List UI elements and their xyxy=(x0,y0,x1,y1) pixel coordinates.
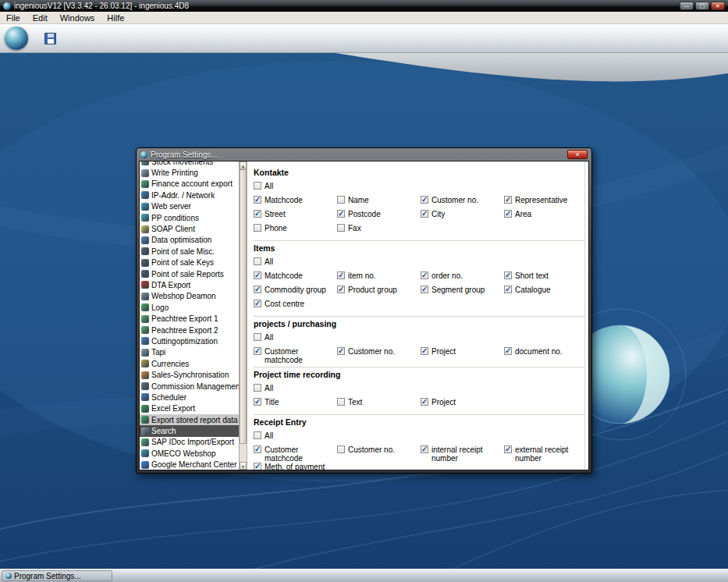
minimize-button[interactable]: — xyxy=(680,2,694,10)
sidebar-item-label: SAP IDoc Import/Export xyxy=(151,438,234,446)
sidebar-item-excel-export[interactable]: Excel Export xyxy=(140,403,239,414)
checkbox-phone[interactable]: Phone xyxy=(254,224,337,232)
scrollbar-thumb[interactable] xyxy=(240,169,247,444)
taskbar-item-program-settings[interactable]: Program Settings... xyxy=(2,570,112,581)
checkbox-commodity-group[interactable]: ✓Commodity group xyxy=(254,286,337,294)
window-titlebar[interactable]: ingeniousV12 [V3.3.42 - 26.03.12] - inge… xyxy=(0,0,728,12)
settings-list-scrollbar[interactable]: ▲ ▼ xyxy=(240,161,247,470)
dialog-titlebar[interactable]: Program Settings... ✕ xyxy=(139,148,589,161)
checkbox-meth-of-payment[interactable]: ✓Meth. of payment xyxy=(254,463,337,470)
scroll-down-icon[interactable]: ▼ xyxy=(240,462,247,470)
sidebar-item-omeco-webshop[interactable]: OMECO Webshop xyxy=(140,448,239,459)
checkbox-label: order no. xyxy=(431,271,463,280)
checkbox-representative[interactable]: ✓Representative xyxy=(504,196,588,204)
checkbox-title[interactable]: ✓Title xyxy=(254,398,337,406)
sidebar-item-peachtree-export-1[interactable]: Peachtree Export 1 xyxy=(140,313,239,324)
checkbox-item-no[interactable]: ✓item no. xyxy=(337,271,421,280)
checkbox-all[interactable]: All xyxy=(254,257,337,266)
checkbox-product-group[interactable]: ✓Product group xyxy=(337,286,421,294)
checkbox-checked-icon: ✓ xyxy=(421,398,428,406)
sidebar-item-tapi[interactable]: Tapi xyxy=(140,347,239,358)
dialog-close-button[interactable]: ✕ xyxy=(567,150,588,159)
sidebar-item-commission-management[interactable]: Commission Management xyxy=(140,381,239,392)
checkbox-all[interactable]: All xyxy=(254,431,337,440)
app-logo-button[interactable] xyxy=(5,27,28,50)
checkbox-customer-no[interactable]: Customer no. xyxy=(337,445,421,454)
checkbox-all[interactable]: All xyxy=(254,333,337,342)
checkbox-unchecked-icon xyxy=(254,333,261,341)
checkbox-project[interactable]: ✓Project xyxy=(421,398,504,406)
sidebar-item-logo[interactable]: Logo xyxy=(140,302,239,313)
checkbox-external-receipt-number[interactable]: ✓external receipt number xyxy=(504,445,588,463)
checkbox-row: ✓Matchcode✓item no.✓order no.✓Short text xyxy=(254,271,585,286)
sidebar-item-label: Google Merchant Center xyxy=(151,460,237,469)
sidebar-item-pp-conditions[interactable]: PP conditions xyxy=(140,212,239,223)
checkbox-unchecked-icon xyxy=(254,182,261,190)
sidebar-item-sap-idoc-import-export[interactable]: SAP IDoc Import/Export xyxy=(140,437,239,448)
sidebar-item-scheduler[interactable]: Scheduler xyxy=(140,392,239,403)
checkbox-unchecked-icon xyxy=(254,224,261,232)
checkbox-short-text[interactable]: ✓Short text xyxy=(504,271,588,280)
sidebar-item-webshop-deamon[interactable]: Webshop Deamon xyxy=(140,291,239,302)
sidebar-item-soap-client[interactable]: SOAP Client xyxy=(140,223,239,234)
checkbox-row: All xyxy=(254,384,585,398)
checkbox-internal-receipt-number[interactable]: ✓internal receipt number xyxy=(421,445,504,463)
checkbox-project[interactable]: ✓Project xyxy=(421,347,504,356)
sidebar-item-label: Commission Management xyxy=(151,382,239,391)
sidebar-item-dta-export[interactable]: DTA Export xyxy=(140,279,239,290)
sidebar-item-data-optimisation[interactable]: Data optimisation xyxy=(140,235,239,246)
soap-client-icon xyxy=(141,225,149,233)
sidebar-item-stock-movements[interactable]: Stock movements xyxy=(140,161,239,167)
checkbox-customer-no[interactable]: ✓Customer no. xyxy=(421,196,504,204)
checkbox-label: All xyxy=(265,384,273,392)
sidebar-item-point-of-sale-misc[interactable]: Point of sale Misc. xyxy=(140,246,239,257)
close-button[interactable]: ✕ xyxy=(711,2,725,10)
sidebar-item-point-of-sale-keys[interactable]: Point of sale Keys xyxy=(140,257,239,268)
sidebar-item-label: Search xyxy=(151,427,176,435)
checkbox-customer-no[interactable]: ✓Customer no. xyxy=(337,347,421,356)
sidebar-item-finance-account-export[interactable]: Finance account export xyxy=(140,179,239,190)
checkbox-matchcode[interactable]: ✓Matchcode xyxy=(254,271,337,280)
sidebar-item-google-merchant-center[interactable]: Google Merchant Center xyxy=(140,460,239,470)
sidebar-item-search[interactable]: Search xyxy=(140,425,239,436)
save-button[interactable] xyxy=(42,31,58,46)
menu-edit[interactable]: Edit xyxy=(27,12,54,23)
checkbox-segment-group[interactable]: ✓Segment group xyxy=(421,286,504,294)
checkbox-customer-matchcode[interactable]: ✓Customer matchcode xyxy=(254,445,337,463)
menu-windows[interactable]: Windows xyxy=(54,12,101,23)
checkbox-checked-icon: ✓ xyxy=(254,286,261,293)
maximize-button[interactable]: ▢ xyxy=(695,2,709,10)
database-icon xyxy=(141,236,149,244)
sidebar-item-cuttingoptimization[interactable]: Cuttingoptimization xyxy=(140,335,239,346)
checkbox-document-no[interactable]: ✓document no. xyxy=(504,347,588,356)
checkbox-fax[interactable]: Fax xyxy=(337,224,421,232)
sidebar-item-label: Stock movements xyxy=(151,161,213,166)
sidebar-item-export-stored-report-data[interactable]: Export stored report data xyxy=(140,414,239,425)
checkbox-matchcode[interactable]: ✓Matchcode xyxy=(254,196,337,204)
sidebar-item-web-server[interactable]: Web server xyxy=(140,201,239,212)
sidebar-item-peachtree-export-2[interactable]: Peachtree Export 2 xyxy=(140,325,239,335)
checkbox-all[interactable]: All xyxy=(254,384,337,392)
checkbox-area[interactable]: ✓Area xyxy=(504,210,588,218)
checkbox-order-no[interactable]: ✓order no. xyxy=(421,271,504,280)
sidebar-item-currencies[interactable]: Currencies xyxy=(140,358,239,369)
sidebar-item-write-printing[interactable]: Write Printing xyxy=(140,167,239,178)
checkbox-cost-centre[interactable]: ✓Cost centre xyxy=(254,300,337,308)
checkbox-all[interactable]: All xyxy=(254,182,337,190)
sidebar-item-point-of-sale-reports[interactable]: Point of sale Reports xyxy=(140,268,239,279)
checkbox-text[interactable]: Text xyxy=(337,398,421,406)
sidebar-item-label: Web server xyxy=(151,202,191,211)
sidebar-item-sales-synchronisation[interactable]: Sales-Synchronisation xyxy=(140,369,239,380)
menu-hilfe[interactable]: Hilfe xyxy=(101,12,130,23)
checkbox-city[interactable]: ✓City xyxy=(421,210,504,218)
menu-file[interactable]: File xyxy=(0,12,27,23)
checkbox-postcode[interactable]: ✓Postcode xyxy=(337,210,421,218)
checkbox-catalogue[interactable]: ✓Catalogue xyxy=(504,286,588,294)
scroll-up-icon[interactable]: ▲ xyxy=(240,161,247,169)
checkbox-street[interactable]: ✓Street xyxy=(254,210,337,218)
checkbox-row: ✓Street✓Postcode✓City✓Area xyxy=(254,210,585,224)
sidebar-item-ip-addr-network[interactable]: IP-Addr. / Network xyxy=(140,190,239,201)
checkbox-name[interactable]: Name xyxy=(337,196,421,204)
checkbox-customer-matchcode[interactable]: ✓Customer matchcode xyxy=(254,347,337,364)
checkbox-row: ✓Commodity group✓Product group✓Segment g… xyxy=(254,286,585,300)
